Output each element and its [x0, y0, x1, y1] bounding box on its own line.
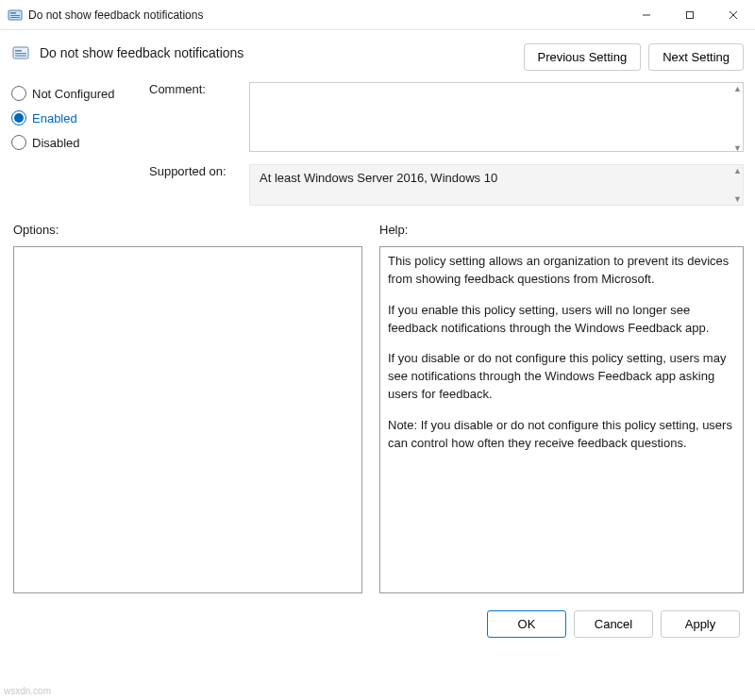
help-panel[interactable]: This policy setting allows an organizati…: [379, 246, 744, 593]
minimize-button[interactable]: [625, 0, 668, 30]
scroll-down-icon[interactable]: ▼: [733, 194, 742, 204]
titlebar-left: Do not show feedback notifications: [8, 8, 203, 23]
policy-title: Do not show feedback notifications: [40, 45, 243, 60]
radio-label: Enabled: [32, 111, 77, 125]
scroll-down-icon[interactable]: ▼: [733, 143, 742, 153]
maximize-button[interactable]: [668, 0, 712, 30]
header-buttons: Previous Setting Next Setting: [524, 43, 745, 71]
panels-row: This policy setting allows an organizati…: [0, 241, 755, 593]
help-paragraph: If you enable this policy setting, users…: [388, 302, 735, 338]
radio-label: Not Configured: [32, 87, 114, 101]
dialog-footer: OK Cancel Apply: [0, 593, 755, 647]
ok-button[interactable]: OK: [487, 610, 566, 638]
svg-rect-1: [10, 12, 16, 14]
radio-circle-icon: [11, 110, 26, 125]
svg-rect-3: [10, 17, 20, 18]
supported-on-value: At least Windows Server 2016, Windows 10: [260, 171, 497, 185]
comment-field-wrap: ▲ ▼: [249, 82, 744, 155]
comment-label: Comment:: [149, 82, 243, 96]
window-title: Do not show feedback notifications: [28, 8, 203, 22]
scroll-up-icon[interactable]: ▲: [733, 84, 742, 93]
supported-on-value-box: At least Windows Server 2016, Windows 10: [249, 164, 744, 206]
help-paragraph: This policy setting allows an organizati…: [388, 253, 735, 289]
policy-icon: [11, 43, 30, 62]
svg-rect-11: [15, 56, 26, 57]
svg-rect-10: [15, 53, 26, 54]
header-row: Do not show feedback notifications Previ…: [0, 30, 755, 76]
radio-disabled[interactable]: Disabled: [11, 135, 143, 150]
radio-circle-icon: [11, 135, 26, 150]
supported-on-label: Supported on:: [149, 164, 243, 178]
close-button[interactable]: [712, 0, 755, 30]
help-label: Help:: [379, 223, 744, 237]
previous-setting-button[interactable]: Previous Setting: [524, 43, 642, 71]
upper-grid: Not Configured Enabled Disabled Comment:…: [0, 76, 755, 209]
app-icon: [8, 8, 23, 23]
radio-circle-icon: [11, 86, 26, 101]
panel-labels-row: Options: Help:: [0, 209, 755, 241]
header-left: Do not show feedback notifications: [11, 43, 243, 62]
help-paragraph: If you disable or do not configure this …: [388, 350, 735, 404]
svg-rect-2: [10, 15, 20, 16]
svg-rect-5: [687, 11, 694, 18]
options-label: Options:: [13, 223, 362, 237]
window-titlebar: Do not show feedback notifications: [0, 0, 755, 30]
radio-label: Disabled: [32, 136, 80, 150]
window-controls: [625, 0, 755, 30]
svg-rect-9: [15, 50, 22, 52]
comment-textarea[interactable]: [249, 82, 744, 152]
help-paragraph: Note: If you disable or do not configure…: [388, 417, 735, 453]
options-panel[interactable]: [13, 246, 362, 593]
radio-not-configured[interactable]: Not Configured: [11, 86, 143, 101]
next-setting-button[interactable]: Next Setting: [648, 43, 744, 71]
state-radio-group: Not Configured Enabled Disabled: [11, 82, 143, 150]
cancel-button[interactable]: Cancel: [574, 610, 653, 638]
radio-enabled[interactable]: Enabled: [11, 110, 143, 125]
apply-button[interactable]: Apply: [661, 610, 740, 638]
watermark-text: wsxdn.com: [4, 686, 51, 696]
scroll-up-icon[interactable]: ▲: [733, 166, 742, 175]
supported-field-wrap: At least Windows Server 2016, Windows 10…: [249, 164, 744, 206]
